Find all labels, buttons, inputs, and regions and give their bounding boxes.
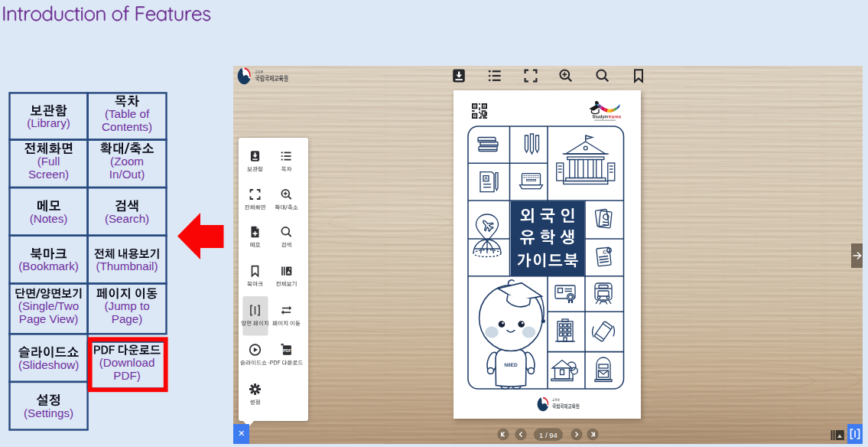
svg-text:(Download: (Download [99, 356, 155, 369]
svg-text:PDF): PDF) [113, 369, 140, 382]
svg-text:(Slideshow): (Slideshow) [18, 358, 79, 371]
svg-text:Page View): Page View) [19, 312, 78, 325]
svg-text:(Zoom: (Zoom [110, 155, 144, 168]
svg-text:(Jump to: (Jump to [105, 299, 150, 312]
svg-text:Page): Page) [112, 312, 143, 325]
svg-text:In/Out): In/Out) [109, 168, 145, 181]
svg-text:Screen): Screen) [28, 168, 69, 181]
svg-text:(Full: (Full [37, 155, 60, 168]
svg-text:(Bookmark): (Bookmark) [18, 259, 78, 272]
svg-text:(Notes): (Notes) [30, 212, 68, 225]
svg-text:(Library): (Library) [27, 116, 70, 129]
svg-text:(Table of: (Table of [105, 107, 150, 120]
svg-text:(Thumbnail): (Thumbnail) [96, 259, 158, 272]
svg-text:(Search): (Search) [105, 212, 149, 225]
svg-text:Contents): Contents) [102, 120, 152, 133]
svg-text:(Settings): (Settings) [24, 406, 73, 419]
svg-text:(Single/Two: (Single/Two [18, 299, 79, 312]
